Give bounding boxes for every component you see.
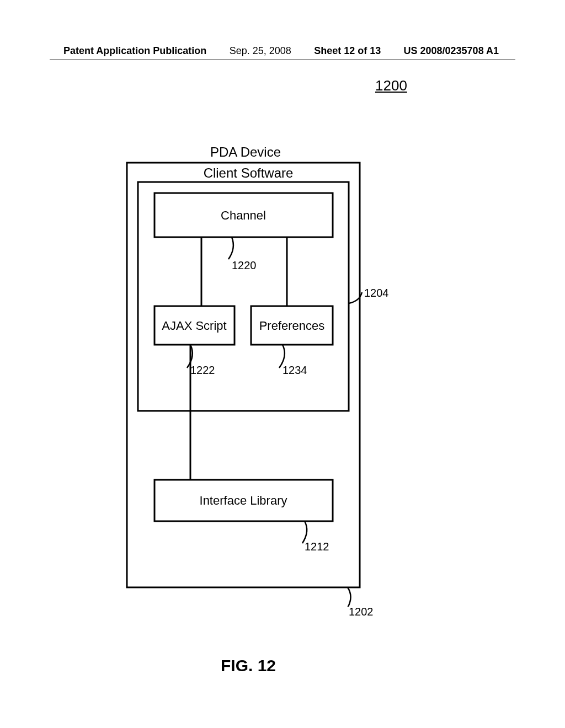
page-header: Patent Application Publication Sep. 25, … <box>0 45 565 57</box>
interface-library-label: Interface Library <box>200 494 287 507</box>
patent-number: US 2008/0235708 A1 <box>404 45 499 57</box>
leader-1220 <box>228 237 233 259</box>
publication-date: Sep. 25, 2008 <box>230 45 291 57</box>
ref-1222: 1222 <box>190 364 215 377</box>
pda-box <box>127 163 360 587</box>
ref-1202: 1202 <box>349 606 374 618</box>
block-diagram: Channel AJAX Script Preferences Interfac… <box>66 138 463 609</box>
ref-1204: 1204 <box>364 287 389 299</box>
preferences-label: Preferences <box>259 319 325 333</box>
ref-1220: 1220 <box>232 259 257 272</box>
channel-label: Channel <box>221 208 266 222</box>
figure-reference-number: 1200 <box>375 77 407 94</box>
leader-1202 <box>347 587 351 607</box>
sheet-number: Sheet 12 of 13 <box>314 45 381 57</box>
header-rule <box>50 60 515 60</box>
ajax-label: AJAX Script <box>162 319 226 333</box>
publication-label: Patent Application Publication <box>63 45 206 57</box>
ref-1212: 1212 <box>305 540 329 553</box>
ref-1234: 1234 <box>282 364 307 377</box>
figure-caption: FIG. 12 <box>221 656 276 675</box>
leader-1212 <box>302 521 307 543</box>
